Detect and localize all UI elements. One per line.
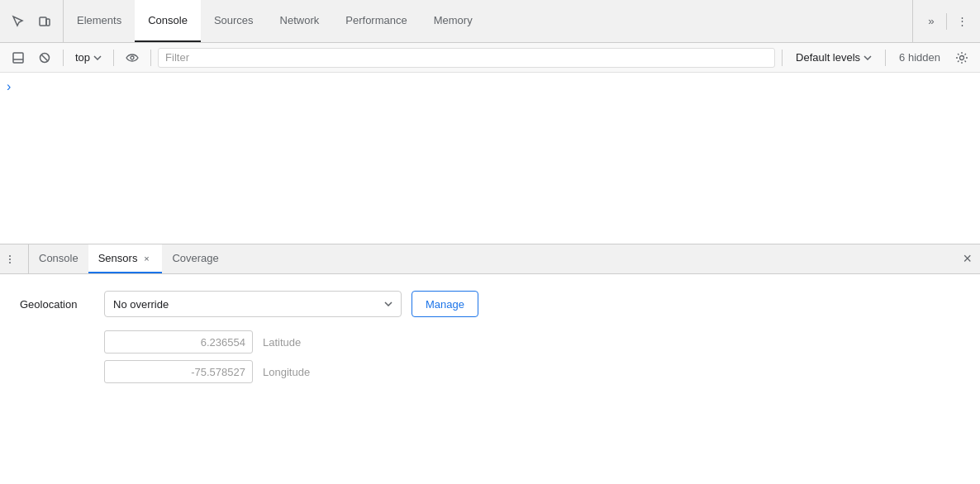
default-levels-button[interactable]: Default levels bbox=[789, 50, 878, 65]
separator-2 bbox=[113, 50, 114, 66]
separator-5 bbox=[885, 50, 886, 66]
svg-point-10 bbox=[9, 262, 11, 263]
tab-console[interactable]: Console bbox=[135, 0, 201, 42]
drawer-tab-console[interactable]: Console bbox=[29, 244, 88, 273]
hidden-count: 6 hidden bbox=[892, 51, 947, 64]
svg-line-5 bbox=[42, 55, 48, 60]
tab-memory[interactable]: Memory bbox=[421, 0, 486, 42]
select-element-button[interactable] bbox=[7, 10, 30, 33]
geolocation-label: Geolocation bbox=[20, 298, 94, 311]
main-tabs: Elements Console Sources Network Perform… bbox=[64, 0, 912, 42]
svg-point-7 bbox=[960, 55, 964, 59]
latitude-input[interactable] bbox=[104, 330, 253, 354]
context-selector[interactable]: top bbox=[70, 50, 107, 65]
bottom-drawer: Console Sensors × Coverage × Geolocation… bbox=[0, 244, 980, 484]
divider bbox=[946, 13, 947, 30]
drawer-tab-coverage[interactable]: Coverage bbox=[162, 244, 228, 273]
filter-box[interactable] bbox=[158, 48, 775, 68]
drawer-menu-button[interactable] bbox=[0, 244, 29, 273]
longitude-input[interactable] bbox=[104, 360, 253, 383]
close-sensors-tab[interactable]: × bbox=[140, 253, 152, 264]
longitude-label: Longitude bbox=[256, 360, 339, 383]
sensors-panel: Geolocation No override Manage Latitude … bbox=[0, 274, 980, 484]
devtools-icons bbox=[0, 0, 64, 42]
eye-button[interactable] bbox=[121, 46, 144, 69]
tab-elements[interactable]: Elements bbox=[64, 0, 135, 42]
geolocation-row: Geolocation No override Manage bbox=[20, 291, 960, 317]
filter-input[interactable] bbox=[162, 48, 771, 68]
geolocation-select[interactable]: No override bbox=[104, 291, 402, 317]
top-tabs-right: » ⋮ bbox=[912, 0, 980, 42]
clear-console-button[interactable] bbox=[33, 46, 56, 69]
show-drawer-button[interactable] bbox=[7, 46, 30, 69]
svg-rect-2 bbox=[13, 53, 23, 63]
toggle-device-button[interactable] bbox=[33, 10, 56, 33]
console-caret[interactable]: › bbox=[7, 79, 11, 93]
console-area: › bbox=[0, 73, 980, 244]
devtools-menu-button[interactable]: ⋮ bbox=[950, 10, 973, 33]
svg-point-6 bbox=[131, 56, 134, 59]
close-drawer-button[interactable]: × bbox=[954, 244, 980, 273]
settings-button[interactable] bbox=[950, 46, 973, 69]
separator-4 bbox=[782, 50, 783, 66]
drawer-tab-sensors[interactable]: Sensors × bbox=[88, 244, 163, 273]
coordinates-grid: Latitude Longitude bbox=[104, 330, 960, 383]
latitude-label: Latitude bbox=[256, 330, 339, 354]
drawer-tab-bar: Console Sensors × Coverage × bbox=[0, 244, 980, 274]
svg-rect-0 bbox=[40, 17, 46, 26]
top-tab-bar: Elements Console Sources Network Perform… bbox=[0, 0, 980, 43]
console-toolbar: top Default levels 6 hidden bbox=[0, 43, 980, 73]
tab-performance[interactable]: Performance bbox=[332, 0, 420, 42]
separator-1 bbox=[63, 50, 64, 66]
tab-sources[interactable]: Sources bbox=[201, 0, 267, 42]
tab-network[interactable]: Network bbox=[267, 0, 333, 42]
more-tabs-button[interactable]: » bbox=[920, 10, 943, 33]
manage-button[interactable]: Manage bbox=[412, 291, 478, 317]
svg-rect-1 bbox=[46, 19, 50, 26]
svg-point-8 bbox=[9, 255, 11, 257]
separator-3 bbox=[150, 50, 151, 66]
svg-point-9 bbox=[9, 259, 11, 260]
